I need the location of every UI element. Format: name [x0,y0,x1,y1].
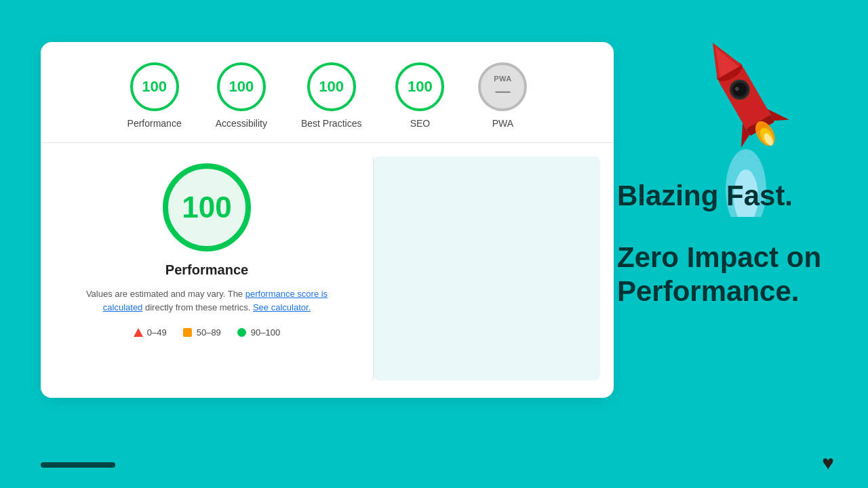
legend-item-red: 0–49 [134,327,167,338]
green-circle-icon [237,328,247,338]
score-item-best-practices: 100 Best Practices [301,62,361,129]
score-value-best-practices: 100 [319,78,344,96]
score-label-performance: Performance [127,118,182,129]
desc-middle: directly from these metrics. [145,302,250,312]
scores-row: 100 Performance 100 Accessibility 100 Be… [41,42,614,143]
score-item-seo: 100 SEO [395,62,444,129]
big-score-value: 100 [182,190,231,224]
bottom-section: 100 Performance Values are estimated and… [41,143,614,394]
big-score-label: Performance [165,262,248,278]
right-panel [374,157,600,380]
score-label-pwa: PWA [492,118,513,129]
big-score-circle: 100 [163,163,251,251]
orange-square-icon [183,328,193,338]
legend-range-orange: 50–89 [197,327,221,338]
score-circle-seo: 100 [395,62,444,111]
left-panel: 100 Performance Values are estimated and… [41,143,373,394]
legend-item-green: 90–100 [237,327,280,338]
red-triangle-icon [134,328,143,338]
score-circle-best-practices: 100 [307,62,356,111]
score-label-seo: SEO [410,118,431,129]
zero-impact-heading: Zero Impact on Performance. [617,241,834,309]
legend: 0–49 50–89 90–100 [134,327,280,338]
score-item-performance: 100 Performance [127,62,182,129]
description-text: Values are estimated and may vary. The p… [78,287,336,314]
score-item-pwa: PWA — PWA [478,62,527,129]
pwa-label-inner: PWA [494,75,512,83]
legend-range-red: 0–49 [147,327,167,338]
heart-icon: ♥ [822,451,834,474]
score-circle-performance: 100 [130,62,179,111]
desc-start: Values are estimated and may vary. The [86,289,243,299]
pwa-dash: — [495,84,510,99]
legend-range-green: 90–100 [251,327,280,338]
bottom-bar [41,462,115,468]
score-circle-accessibility: 100 [217,62,266,111]
score-value-accessibility: 100 [229,78,254,96]
score-item-accessibility: 100 Accessibility [216,62,267,129]
score-value-performance: 100 [142,78,167,96]
score-label-best-practices: Best Practices [301,118,361,129]
right-side: Blazing Fast. Zero Impact on Performance… [583,0,868,488]
blazing-heading: Blazing Fast. [617,179,834,213]
calculator-link[interactable]: See calculator. [253,302,311,312]
lighthouse-card: 100 Performance 100 Accessibility 100 Be… [41,42,614,398]
score-value-seo: 100 [408,78,433,96]
legend-item-orange: 50–89 [183,327,221,338]
score-label-accessibility: Accessibility [216,118,267,129]
score-circle-pwa: PWA — [478,62,527,111]
